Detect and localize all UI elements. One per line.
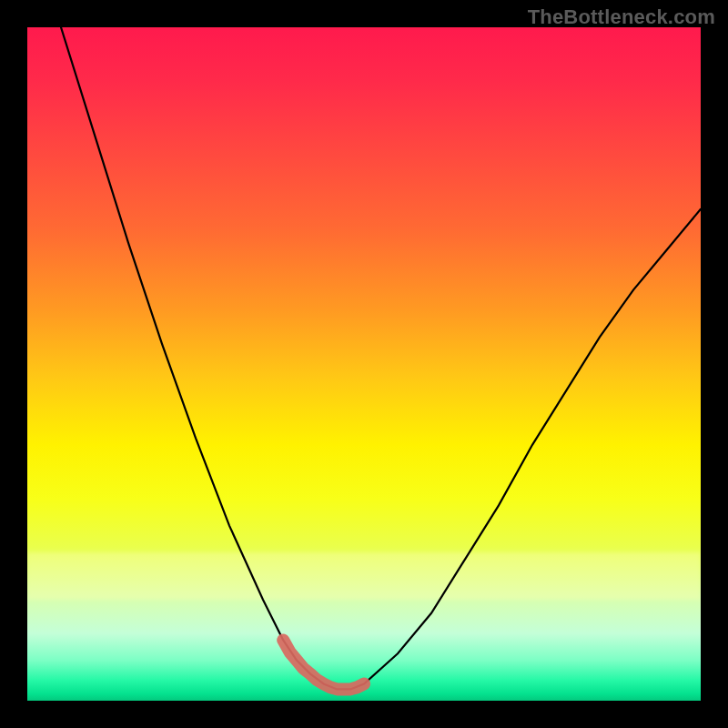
watermark-text: TheBottleneck.com <box>528 5 715 29</box>
chart-frame: TheBottleneck.com <box>0 0 728 728</box>
chart-svg <box>27 27 701 701</box>
bottleneck-curve <box>61 27 701 689</box>
plot-area <box>27 27 701 701</box>
trough-marker <box>283 640 364 689</box>
